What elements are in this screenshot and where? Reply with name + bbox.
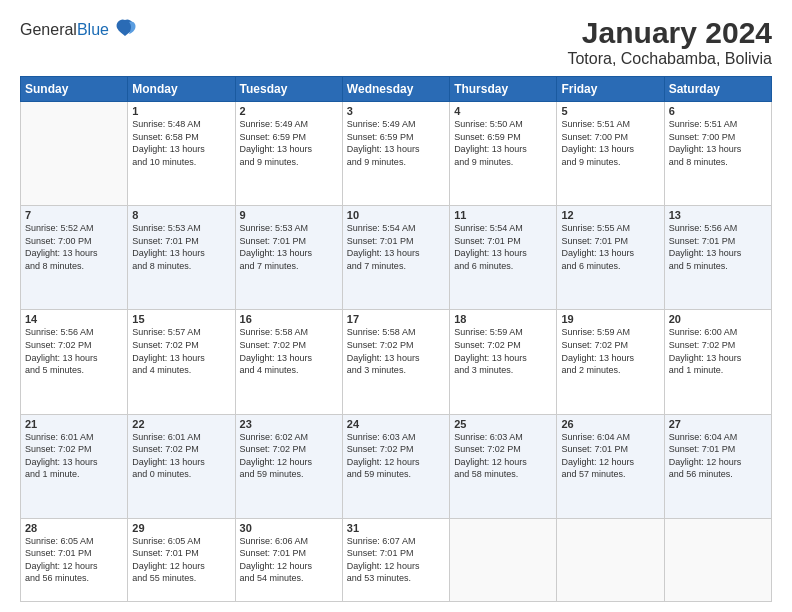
day-number: 25 — [454, 418, 552, 430]
calendar-cell: 1Sunrise: 5:48 AM Sunset: 6:58 PM Daylig… — [128, 102, 235, 206]
day-number: 19 — [561, 313, 659, 325]
calendar-cell: 31Sunrise: 6:07 AM Sunset: 7:01 PM Dayli… — [342, 518, 449, 601]
col-sunday: Sunday — [21, 77, 128, 102]
calendar-subtitle: Totora, Cochabamba, Bolivia — [567, 50, 772, 68]
calendar-cell: 18Sunrise: 5:59 AM Sunset: 7:02 PM Dayli… — [450, 310, 557, 414]
day-info: Sunrise: 5:50 AM Sunset: 6:59 PM Dayligh… — [454, 118, 552, 168]
day-number: 31 — [347, 522, 445, 534]
calendar-cell: 23Sunrise: 6:02 AM Sunset: 7:02 PM Dayli… — [235, 414, 342, 518]
calendar-cell: 9Sunrise: 5:53 AM Sunset: 7:01 PM Daylig… — [235, 206, 342, 310]
calendar-cell: 22Sunrise: 6:01 AM Sunset: 7:02 PM Dayli… — [128, 414, 235, 518]
calendar-cell: 27Sunrise: 6:04 AM Sunset: 7:01 PM Dayli… — [664, 414, 771, 518]
day-info: Sunrise: 5:49 AM Sunset: 6:59 PM Dayligh… — [347, 118, 445, 168]
calendar-week-row: 14Sunrise: 5:56 AM Sunset: 7:02 PM Dayli… — [21, 310, 772, 414]
day-number: 11 — [454, 209, 552, 221]
calendar-title: January 2024 — [567, 16, 772, 50]
day-number: 2 — [240, 105, 338, 117]
day-info: Sunrise: 5:55 AM Sunset: 7:01 PM Dayligh… — [561, 222, 659, 272]
calendar-cell — [557, 518, 664, 601]
day-number: 28 — [25, 522, 123, 534]
calendar-cell: 4Sunrise: 5:50 AM Sunset: 6:59 PM Daylig… — [450, 102, 557, 206]
title-block: January 2024 Totora, Cochabamba, Bolivia — [567, 16, 772, 68]
logo-blue: Blue — [77, 21, 109, 38]
day-number: 16 — [240, 313, 338, 325]
calendar-cell — [21, 102, 128, 206]
day-info: Sunrise: 6:05 AM Sunset: 7:01 PM Dayligh… — [25, 535, 123, 585]
day-number: 17 — [347, 313, 445, 325]
logo-bird-icon — [111, 16, 139, 44]
day-number: 27 — [669, 418, 767, 430]
calendar-week-row: 1Sunrise: 5:48 AM Sunset: 6:58 PM Daylig… — [21, 102, 772, 206]
day-number: 26 — [561, 418, 659, 430]
day-info: Sunrise: 5:48 AM Sunset: 6:58 PM Dayligh… — [132, 118, 230, 168]
day-number: 22 — [132, 418, 230, 430]
calendar-header-row: Sunday Monday Tuesday Wednesday Thursday… — [21, 77, 772, 102]
col-saturday: Saturday — [664, 77, 771, 102]
header: GeneralBlue January 2024 Totora, Cochaba… — [20, 16, 772, 68]
col-thursday: Thursday — [450, 77, 557, 102]
day-info: Sunrise: 6:00 AM Sunset: 7:02 PM Dayligh… — [669, 326, 767, 376]
day-info: Sunrise: 6:01 AM Sunset: 7:02 PM Dayligh… — [25, 431, 123, 481]
day-number: 15 — [132, 313, 230, 325]
calendar-cell: 10Sunrise: 5:54 AM Sunset: 7:01 PM Dayli… — [342, 206, 449, 310]
day-info: Sunrise: 6:04 AM Sunset: 7:01 PM Dayligh… — [561, 431, 659, 481]
calendar-cell: 19Sunrise: 5:59 AM Sunset: 7:02 PM Dayli… — [557, 310, 664, 414]
day-info: Sunrise: 6:01 AM Sunset: 7:02 PM Dayligh… — [132, 431, 230, 481]
logo: GeneralBlue — [20, 16, 139, 44]
calendar-cell: 24Sunrise: 6:03 AM Sunset: 7:02 PM Dayli… — [342, 414, 449, 518]
calendar-cell: 14Sunrise: 5:56 AM Sunset: 7:02 PM Dayli… — [21, 310, 128, 414]
day-number: 8 — [132, 209, 230, 221]
col-tuesday: Tuesday — [235, 77, 342, 102]
day-number: 4 — [454, 105, 552, 117]
day-info: Sunrise: 5:54 AM Sunset: 7:01 PM Dayligh… — [454, 222, 552, 272]
day-number: 24 — [347, 418, 445, 430]
calendar-cell: 29Sunrise: 6:05 AM Sunset: 7:01 PM Dayli… — [128, 518, 235, 601]
calendar-cell: 5Sunrise: 5:51 AM Sunset: 7:00 PM Daylig… — [557, 102, 664, 206]
day-info: Sunrise: 6:06 AM Sunset: 7:01 PM Dayligh… — [240, 535, 338, 585]
calendar-cell: 30Sunrise: 6:06 AM Sunset: 7:01 PM Dayli… — [235, 518, 342, 601]
col-wednesday: Wednesday — [342, 77, 449, 102]
day-info: Sunrise: 6:05 AM Sunset: 7:01 PM Dayligh… — [132, 535, 230, 585]
day-number: 13 — [669, 209, 767, 221]
day-number: 21 — [25, 418, 123, 430]
calendar-cell — [664, 518, 771, 601]
calendar-cell: 7Sunrise: 5:52 AM Sunset: 7:00 PM Daylig… — [21, 206, 128, 310]
day-info: Sunrise: 6:02 AM Sunset: 7:02 PM Dayligh… — [240, 431, 338, 481]
calendar: Sunday Monday Tuesday Wednesday Thursday… — [20, 76, 772, 602]
day-number: 7 — [25, 209, 123, 221]
day-number: 1 — [132, 105, 230, 117]
calendar-cell: 25Sunrise: 6:03 AM Sunset: 7:02 PM Dayli… — [450, 414, 557, 518]
calendar-cell: 11Sunrise: 5:54 AM Sunset: 7:01 PM Dayli… — [450, 206, 557, 310]
day-number: 5 — [561, 105, 659, 117]
day-info: Sunrise: 5:54 AM Sunset: 7:01 PM Dayligh… — [347, 222, 445, 272]
day-number: 14 — [25, 313, 123, 325]
day-info: Sunrise: 5:51 AM Sunset: 7:00 PM Dayligh… — [561, 118, 659, 168]
day-info: Sunrise: 5:53 AM Sunset: 7:01 PM Dayligh… — [132, 222, 230, 272]
day-info: Sunrise: 5:53 AM Sunset: 7:01 PM Dayligh… — [240, 222, 338, 272]
calendar-cell — [450, 518, 557, 601]
calendar-cell: 16Sunrise: 5:58 AM Sunset: 7:02 PM Dayli… — [235, 310, 342, 414]
day-number: 10 — [347, 209, 445, 221]
day-info: Sunrise: 6:04 AM Sunset: 7:01 PM Dayligh… — [669, 431, 767, 481]
calendar-week-row: 28Sunrise: 6:05 AM Sunset: 7:01 PM Dayli… — [21, 518, 772, 601]
calendar-cell: 12Sunrise: 5:55 AM Sunset: 7:01 PM Dayli… — [557, 206, 664, 310]
calendar-cell: 26Sunrise: 6:04 AM Sunset: 7:01 PM Dayli… — [557, 414, 664, 518]
day-info: Sunrise: 5:56 AM Sunset: 7:01 PM Dayligh… — [669, 222, 767, 272]
calendar-week-row: 21Sunrise: 6:01 AM Sunset: 7:02 PM Dayli… — [21, 414, 772, 518]
calendar-cell: 20Sunrise: 6:00 AM Sunset: 7:02 PM Dayli… — [664, 310, 771, 414]
logo-text: GeneralBlue — [20, 21, 109, 39]
day-info: Sunrise: 5:59 AM Sunset: 7:02 PM Dayligh… — [561, 326, 659, 376]
day-info: Sunrise: 5:59 AM Sunset: 7:02 PM Dayligh… — [454, 326, 552, 376]
day-info: Sunrise: 5:56 AM Sunset: 7:02 PM Dayligh… — [25, 326, 123, 376]
calendar-cell: 21Sunrise: 6:01 AM Sunset: 7:02 PM Dayli… — [21, 414, 128, 518]
day-info: Sunrise: 6:03 AM Sunset: 7:02 PM Dayligh… — [454, 431, 552, 481]
col-friday: Friday — [557, 77, 664, 102]
day-info: Sunrise: 6:03 AM Sunset: 7:02 PM Dayligh… — [347, 431, 445, 481]
calendar-week-row: 7Sunrise: 5:52 AM Sunset: 7:00 PM Daylig… — [21, 206, 772, 310]
day-info: Sunrise: 5:58 AM Sunset: 7:02 PM Dayligh… — [240, 326, 338, 376]
calendar-cell: 8Sunrise: 5:53 AM Sunset: 7:01 PM Daylig… — [128, 206, 235, 310]
logo-general: General — [20, 21, 77, 38]
day-number: 23 — [240, 418, 338, 430]
day-info: Sunrise: 6:07 AM Sunset: 7:01 PM Dayligh… — [347, 535, 445, 585]
col-monday: Monday — [128, 77, 235, 102]
